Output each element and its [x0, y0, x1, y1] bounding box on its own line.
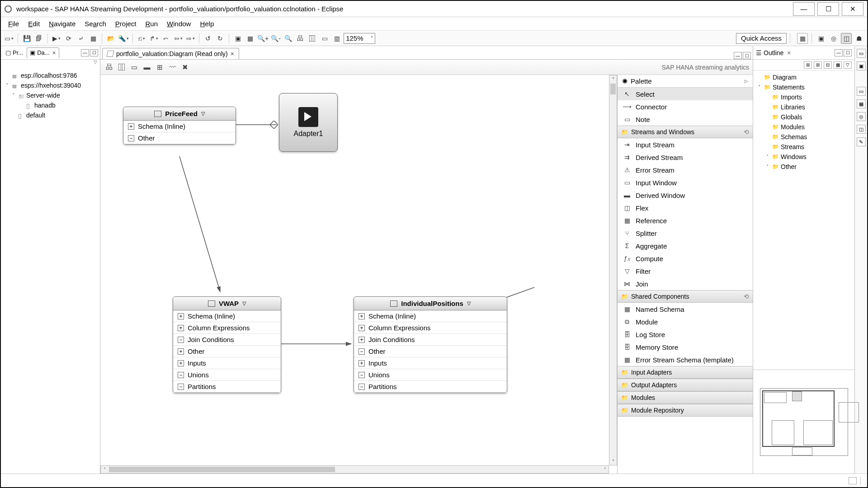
minimize-view-button[interactable]: —: [835, 49, 843, 56]
perspective-1[interactable]: ▣: [816, 33, 826, 44]
open-folder-button[interactable]: 📂: [105, 33, 116, 44]
palette-item-input-window[interactable]: ▭Input Window: [618, 176, 753, 189]
nav-2-button[interactable]: ↱▾: [148, 33, 159, 44]
node-item[interactable]: +Inputs: [354, 357, 507, 369]
maximize-button[interactable]: ☐: [817, 2, 839, 16]
trim-btn-6[interactable]: ◫: [857, 125, 866, 134]
palette-item-input-stream[interactable]: ⇥Input Stream: [618, 138, 753, 151]
save-all-button[interactable]: 🗐: [33, 33, 44, 44]
view-menu-button[interactable]: ▽: [1, 60, 100, 68]
palette-item-derived-window[interactable]: ▬Derived Window: [618, 189, 753, 202]
diagram-canvas[interactable]: PriceFeed ▽ +Schema (Inline) −Other Adap…: [100, 75, 617, 474]
menu-navigate[interactable]: Navigate: [44, 17, 80, 30]
palette-section-module-repository[interactable]: 📁Module Repository: [618, 404, 753, 417]
palette-item-join[interactable]: ⋈Join: [618, 277, 753, 290]
layout-1-button[interactable]: 品: [295, 33, 306, 44]
menu-window[interactable]: Window: [162, 17, 195, 30]
view-grid-button[interactable]: ▭: [319, 33, 330, 44]
trim-btn-1[interactable]: ▭: [857, 49, 866, 58]
editor-tab-diagram[interactable]: portfolio_valuation:Diagram (Read only) …: [102, 48, 239, 59]
node-item[interactable]: −Unions: [173, 369, 281, 381]
expand-icon[interactable]: +: [178, 360, 184, 366]
menu-file[interactable]: File: [4, 17, 24, 30]
perspective-3[interactable]: ◫: [841, 33, 852, 44]
node-item[interactable]: −Partitions: [173, 381, 281, 393]
outline-btn-3[interactable]: ⊟: [824, 61, 832, 69]
chevron-down-icon[interactable]: ▽: [467, 300, 471, 306]
tree-node-server-wide[interactable]: ˅ Server-wide: [3, 90, 98, 100]
expand-icon[interactable]: +: [359, 337, 365, 343]
collapse-icon[interactable]: −: [359, 348, 365, 355]
cycle-icon[interactable]: ⟲: [744, 128, 749, 136]
stop-button[interactable]: ⤶: [75, 33, 86, 44]
menu-help[interactable]: Help: [195, 17, 218, 30]
node-item[interactable]: −Other: [123, 132, 236, 144]
rotate-ccw-button[interactable]: ↺: [203, 33, 213, 44]
minimize-button[interactable]: —: [793, 2, 815, 16]
palette-header[interactable]: ✺ Palette ▷: [618, 75, 753, 88]
palette-section-streams[interactable]: 📁 Streams and Windows ⟲: [618, 126, 753, 138]
node-item[interactable]: +Other: [173, 346, 281, 357]
node-item[interactable]: +Join Conditions: [354, 334, 507, 346]
status-icon[interactable]: [849, 477, 857, 484]
new-button[interactable]: ▭▾: [4, 33, 14, 44]
refresh-button[interactable]: ⟳: [63, 33, 74, 44]
node-vwap[interactable]: VWAP ▽ +Schema (Inline)+Column Expressio…: [173, 296, 281, 393]
collapse-icon[interactable]: −: [178, 337, 184, 343]
node-header[interactable]: VWAP ▽: [173, 297, 281, 310]
trim-btn-7[interactable]: ✎: [857, 137, 866, 146]
expand-button[interactable]: ⊞: [155, 62, 165, 72]
outline-node-diagram[interactable]: 📁Diagram: [754, 72, 854, 82]
trim-btn-2[interactable]: ▣: [857, 61, 866, 70]
node-item[interactable]: +Inputs: [173, 357, 281, 369]
palette-item-splitter[interactable]: ⑂Splitter: [618, 227, 753, 239]
expand-icon[interactable]: [765, 144, 770, 150]
tree-node-localhost[interactable]: esp://localhost:9786: [3, 70, 98, 80]
node-item[interactable]: −Unions: [354, 369, 507, 381]
close-icon[interactable]: ×: [787, 49, 791, 56]
expand-icon[interactable]: +: [359, 325, 365, 331]
view-a-button[interactable]: ▭: [129, 62, 139, 72]
outline-btn-4[interactable]: ▦: [834, 61, 842, 69]
forward-button[interactable]: ⇨▾: [185, 33, 196, 44]
run-button[interactable]: ▶▾: [51, 33, 62, 44]
outline-node-statements[interactable]: ˅📁Statements: [754, 82, 854, 92]
vertical-scrollbar[interactable]: ˄ ˅: [609, 75, 617, 465]
expand-icon[interactable]: [765, 94, 770, 100]
palette-item-log-store[interactable]: 🗄Log Store: [618, 328, 753, 341]
outline-node-schemas[interactable]: 📁Schemas: [754, 132, 854, 142]
outline-node-libraries[interactable]: 📁Libraries: [754, 102, 854, 112]
expand-icon[interactable]: [765, 134, 770, 140]
left-tab-projects[interactable]: ▢ Pr...: [3, 47, 26, 58]
delete-button[interactable]: ✖: [180, 62, 190, 72]
palette-item-aggregate[interactable]: ΣAggregate: [618, 239, 753, 252]
trim-btn-5[interactable]: ◎: [857, 112, 866, 121]
chevron-down-icon[interactable]: ▽: [201, 111, 205, 117]
expand-icon[interactable]: ˅: [757, 84, 762, 90]
outline-btn-1[interactable]: ⊞: [804, 61, 812, 69]
date-button[interactable]: ▦: [88, 33, 99, 44]
node-adapter1[interactable]: Adapter1: [279, 93, 338, 152]
maximize-view-button[interactable]: ☐: [90, 49, 98, 56]
expand-icon[interactable]: +: [359, 313, 365, 319]
outline-menu-button[interactable]: ▽: [844, 61, 852, 69]
scroll-right-icon[interactable]: ˃: [601, 466, 609, 473]
palette-item-select[interactable]: ↖Select: [618, 88, 753, 100]
palette-item-error-stream-schema-(template)[interactable]: ▦Error Stream Schema (template): [618, 353, 753, 366]
horizontal-scrollbar[interactable]: ˂ ˃: [100, 465, 609, 474]
collapse-icon[interactable]: −: [178, 384, 184, 390]
perspective-4[interactable]: ☗: [854, 33, 864, 44]
maximize-view-button[interactable]: ☐: [844, 49, 852, 56]
zoom-in-button[interactable]: 🔍+: [257, 33, 269, 44]
palette-item-named-schema[interactable]: ▦Named Schema: [618, 303, 753, 315]
save-button[interactable]: 💾: [21, 33, 32, 44]
node-item[interactable]: +Column Expressions: [354, 322, 507, 334]
rotate-cw-button[interactable]: ↻: [215, 33, 226, 44]
search-tool-button[interactable]: 🔦▾: [118, 33, 129, 44]
palette-item-derived-stream[interactable]: ⇉Derived Stream: [618, 151, 753, 164]
left-tab-data[interactable]: ▣ Da... ×: [27, 47, 59, 58]
palette-item-note[interactable]: ▭Note: [618, 113, 753, 126]
layout-horiz-button[interactable]: ⿲: [117, 62, 127, 72]
open-perspective-button[interactable]: ▦: [797, 33, 808, 44]
trim-btn-3[interactable]: ▭: [857, 87, 866, 96]
